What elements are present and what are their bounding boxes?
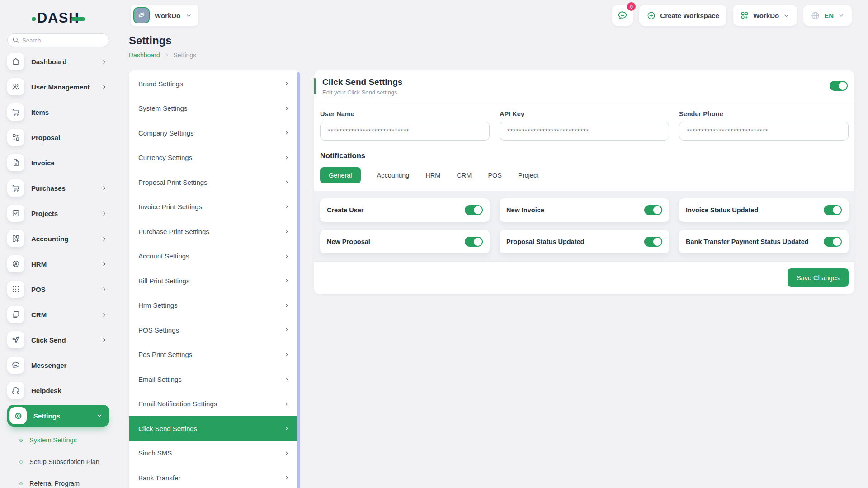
globe-icon bbox=[811, 11, 820, 20]
sidebar-item-items[interactable]: Items bbox=[7, 99, 109, 125]
tab-general[interactable]: General bbox=[320, 167, 361, 183]
user-name-input[interactable] bbox=[320, 122, 490, 141]
swap-grid-icon-tile bbox=[7, 129, 24, 146]
notification-badge: 0 bbox=[627, 2, 636, 11]
ring-icon bbox=[18, 459, 24, 465]
sidebar-item-proposal[interactable]: Proposal bbox=[7, 125, 109, 150]
settings-menu-item-brand-settings[interactable]: Brand Settings bbox=[129, 71, 300, 96]
settings-menu-item-system-settings[interactable]: System Settings bbox=[129, 96, 300, 121]
search-icon bbox=[12, 36, 19, 44]
settings-menu-item-pos-settings[interactable]: POS Settings bbox=[129, 318, 300, 343]
sidebar-item-invoice[interactable]: Invoice bbox=[7, 150, 109, 175]
breadcrumb-link-dashboard[interactable]: Dashboard bbox=[129, 52, 160, 59]
sender-phone-input[interactable] bbox=[679, 122, 849, 141]
settings-menu-item-proposal-print-settings[interactable]: Proposal Print Settings bbox=[129, 170, 300, 195]
create-workspace-label: Create Workspace bbox=[660, 12, 719, 19]
chevron-right-icon bbox=[283, 105, 290, 112]
workspace-switcher[interactable]: WorkDo bbox=[733, 5, 797, 26]
new-proposal-toggle[interactable] bbox=[465, 237, 483, 247]
settings-menu-item-purchase-print-settings[interactable]: Purchase Print Settings bbox=[129, 219, 300, 244]
notification-card-create-user: Create User bbox=[320, 198, 490, 222]
search-icon bbox=[12, 36, 19, 44]
invoice-status-updated-toggle[interactable] bbox=[824, 205, 842, 215]
field-user-name: User Name bbox=[320, 110, 490, 141]
api-key-input[interactable] bbox=[500, 122, 669, 141]
settings-menu-item-click-send-settings[interactable]: Click Send Settings bbox=[129, 416, 300, 441]
chevron-down-icon bbox=[185, 12, 192, 19]
chevron-right-icon bbox=[283, 228, 290, 235]
settings-menu-item-account-settings[interactable]: Account Settings bbox=[129, 244, 300, 269]
sidebar-item-user-management[interactable]: User Management bbox=[7, 74, 109, 99]
sidebar-item-label: HRM bbox=[31, 260, 101, 268]
bank-transfer-payment-status-updated-toggle[interactable] bbox=[824, 237, 842, 247]
tab-hrm[interactable]: HRM bbox=[425, 172, 440, 179]
chevron-right-icon bbox=[283, 130, 290, 136]
sidebar-item-pos[interactable]: POS bbox=[7, 277, 109, 302]
clicksend-enabled-toggle[interactable] bbox=[830, 81, 848, 91]
panel-subtitle: Edit your Click Send settings bbox=[322, 89, 822, 96]
grid-plus-icon bbox=[740, 11, 749, 20]
sidebar-item-label: Click Send bbox=[31, 336, 101, 344]
sidebar-item-settings[interactable]: Settings bbox=[7, 405, 109, 427]
settings-menu-item-label: Brand Settings bbox=[138, 80, 283, 88]
settings-menu-card: Brand SettingsSystem SettingsCompany Set… bbox=[129, 70, 300, 488]
workspace-pill[interactable]: WorkDo bbox=[131, 5, 198, 26]
settings-menu-item-email-notification-settings[interactable]: Email Notification Settings bbox=[129, 392, 300, 417]
tab-crm[interactable]: CRM bbox=[457, 172, 472, 179]
sidebar-subitem-referral-program[interactable]: Referral Program bbox=[13, 473, 109, 488]
workspace-avatar bbox=[133, 7, 150, 23]
squares-icon bbox=[11, 310, 20, 319]
chevron-right-icon bbox=[283, 204, 290, 210]
search-input[interactable] bbox=[7, 33, 109, 47]
sidebar-item-purchases[interactable]: Purchases bbox=[7, 175, 109, 201]
settings-menu-scrollbar[interactable] bbox=[297, 72, 300, 488]
cart-icon-tile bbox=[7, 179, 24, 197]
proposal-status-updated-toggle[interactable] bbox=[644, 237, 662, 247]
settings-menu-item-company-settings[interactable]: Company Settings bbox=[129, 121, 300, 145]
new-invoice-toggle[interactable] bbox=[644, 205, 662, 215]
plus-circle-icon bbox=[646, 11, 656, 20]
sidebar-item-label: Purchases bbox=[31, 184, 101, 192]
sidebar-item-label: Proposal bbox=[31, 134, 109, 141]
breadcrumb: Dashboard Settings bbox=[129, 52, 854, 59]
settings-menu-item-pos-print-settings[interactable]: Pos Print Settings bbox=[129, 343, 300, 367]
sidebar-item-crm[interactable]: CRM bbox=[7, 302, 109, 327]
chevron-right-icon bbox=[101, 84, 108, 90]
field-label: Sender Phone bbox=[679, 110, 849, 117]
chevron-right-icon bbox=[101, 286, 108, 293]
settings-menu-item-sinch-sms[interactable]: Sinch SMS bbox=[129, 441, 300, 466]
ring-icon bbox=[18, 437, 24, 443]
messages-button[interactable]: 0 bbox=[612, 5, 633, 26]
sidebar-item-helpdesk[interactable]: Helpdesk bbox=[7, 378, 109, 403]
language-selector[interactable]: EN bbox=[803, 5, 852, 26]
sidebar-item-projects[interactable]: Projects bbox=[7, 201, 109, 226]
create-user-toggle[interactable] bbox=[465, 205, 483, 215]
settings-menu-item-label: Click Send Settings bbox=[138, 425, 283, 432]
settings-menu-item-invoice-print-settings[interactable]: Invoice Print Settings bbox=[129, 195, 300, 220]
chevron-right-icon bbox=[101, 337, 108, 343]
settings-menu-item-hrm-settings[interactable]: Hrm Settings bbox=[129, 293, 300, 318]
sidebar-item-hrm[interactable]: HRM bbox=[7, 251, 109, 277]
create-workspace-button[interactable]: Create Workspace bbox=[639, 5, 726, 26]
sidebar-subitem-setup-subscription-plan[interactable]: Setup Subscription Plan bbox=[13, 451, 109, 473]
tab-accounting[interactable]: Accounting bbox=[377, 172, 410, 179]
sidebar-item-accounting[interactable]: Accounting bbox=[7, 226, 109, 251]
tab-pos[interactable]: POS bbox=[488, 172, 502, 179]
sidebar-item-label: User Management bbox=[31, 83, 101, 91]
chevron-right-icon bbox=[101, 185, 108, 192]
tab-project[interactable]: Project bbox=[518, 172, 538, 179]
sidebar-item-messenger[interactable]: Messenger bbox=[7, 352, 109, 378]
settings-menu-item-email-settings[interactable]: Email Settings bbox=[129, 367, 300, 392]
settings-menu-item-bill-print-settings[interactable]: Bill Print Settings bbox=[129, 268, 300, 293]
settings-menu-item-label: Hrm Settings bbox=[138, 301, 283, 309]
chevron-right-icon bbox=[283, 376, 290, 382]
settings-menu-item-bank-transfer[interactable]: Bank Transfer bbox=[129, 465, 300, 488]
save-changes-button[interactable]: Save Changes bbox=[788, 268, 849, 287]
sidebar-item-click-send[interactable]: Click Send bbox=[7, 327, 109, 352]
chevron-right-icon bbox=[283, 204, 290, 210]
settings-menu-item-currency-settings[interactable]: Currency Settings bbox=[129, 145, 300, 170]
sidebar-item-dashboard[interactable]: Dashboard bbox=[7, 49, 109, 74]
notification-card-proposal-status-updated: Proposal Status Updated bbox=[500, 230, 669, 253]
chevron-right-icon bbox=[101, 210, 108, 217]
sidebar-subitem-system-settings[interactable]: System Settings bbox=[13, 429, 109, 451]
